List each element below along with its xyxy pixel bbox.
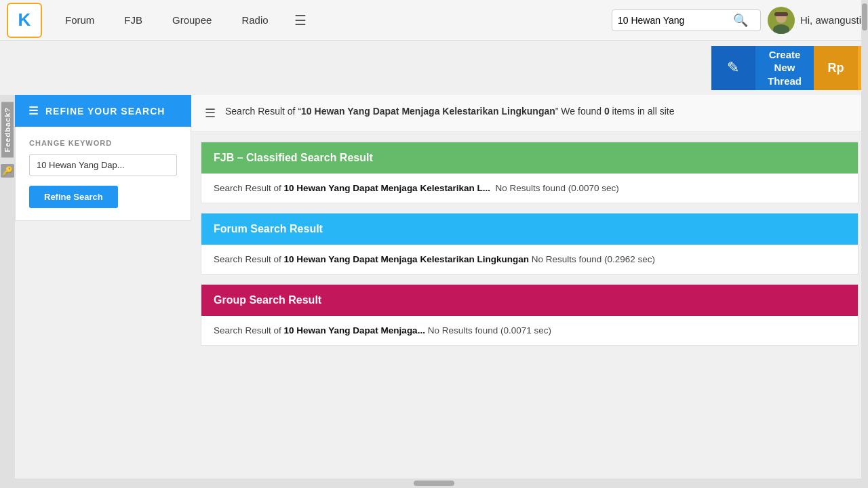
svg-rect-4 bbox=[774, 12, 788, 16]
logo[interactable]: K bbox=[7, 3, 42, 38]
user-greeting: Hi, awangusti bbox=[800, 14, 861, 26]
fjb-result-section: FJB – Classified Search Result Search Re… bbox=[201, 142, 859, 203]
create-new-thread-button[interactable]: ✎ CreateNewThread bbox=[711, 46, 814, 90]
refine-panel: ☰ REFINE YOUR SEARCH CHANGE KEYWORD Refi… bbox=[15, 95, 191, 488]
bottom-scrollbar[interactable] bbox=[0, 479, 868, 488]
refine-menu-icon: ☰ bbox=[28, 104, 39, 117]
wallet-icon: Rp bbox=[814, 46, 858, 90]
results-area: ☰ Search Result of “10 Hewan Yang Dapat … bbox=[191, 95, 868, 488]
group-section-header: Group Search Result bbox=[201, 285, 858, 316]
nav-fjb[interactable]: FJB bbox=[109, 0, 157, 41]
nav-radio[interactable]: Radio bbox=[226, 0, 283, 41]
main-container: Feedback? 🔑 ☰ REFINE YOUR SEARCH CHANGE … bbox=[0, 95, 868, 488]
change-keyword-label: CHANGE KEYWORD bbox=[29, 139, 177, 147]
action-buttons-area: ✎ CreateNewThread Rp WarSc bbox=[0, 41, 868, 95]
results-menu-toggle[interactable]: ☰ bbox=[205, 106, 216, 121]
bottom-scrollbar-thumb bbox=[414, 481, 454, 486]
search-button[interactable]: 🔍 bbox=[733, 13, 748, 28]
refine-body: CHANGE KEYWORD Refine Search bbox=[15, 127, 191, 221]
nav-forum[interactable]: Forum bbox=[50, 0, 109, 41]
user-area: Hi, awangusti bbox=[768, 7, 861, 34]
group-section-body: Search Result of 10 Hewan Yang Dapat Men… bbox=[201, 316, 858, 345]
group-result-section: Group Search Result Search Result of 10 … bbox=[201, 284, 859, 346]
feedback-tab[interactable]: Feedback? bbox=[1, 102, 14, 157]
keyword-input[interactable] bbox=[29, 154, 177, 176]
search-summary-text: Search Result of “10 Hewan Yang Dapat Me… bbox=[225, 106, 674, 117]
create-thread-icon: ✎ bbox=[711, 46, 755, 90]
forum-section-body: Search Result of 10 Hewan Yang Dapat Men… bbox=[201, 245, 858, 274]
fjb-section-body: Search Result of 10 Hewan Yang Dapat Men… bbox=[201, 174, 858, 203]
refine-header[interactable]: ☰ REFINE YOUR SEARCH bbox=[15, 95, 191, 127]
wallet-button[interactable]: Rp WarSc bbox=[814, 46, 868, 90]
search-input[interactable] bbox=[618, 15, 733, 26]
top-navigation: K Forum FJB Groupee Radio ☰ 🔍 Hi, awangu… bbox=[0, 0, 868, 41]
create-thread-label: CreateNewThread bbox=[755, 48, 814, 88]
left-sidebar: Feedback? 🔑 bbox=[0, 95, 15, 488]
forum-result-section: Forum Search Result Search Result of 10 … bbox=[201, 213, 859, 274]
logo-letter: K bbox=[18, 9, 31, 30]
refine-header-label: REFINE YOUR SEARCH bbox=[45, 106, 165, 117]
forum-section-header: Forum Search Result bbox=[201, 214, 858, 245]
avatar[interactable] bbox=[768, 7, 795, 34]
hamburger-menu-icon[interactable]: ☰ bbox=[283, 0, 317, 41]
scrollbar-right[interactable] bbox=[861, 0, 868, 479]
side-key-icon[interactable]: 🔑 bbox=[1, 164, 14, 178]
fjb-section-header: FJB – Classified Search Result bbox=[201, 142, 858, 174]
search-bar: 🔍 bbox=[612, 9, 761, 31]
refine-search-button[interactable]: Refine Search bbox=[29, 186, 118, 208]
nav-links: Forum FJB Groupee Radio ☰ bbox=[50, 0, 612, 41]
search-summary: ☰ Search Result of “10 Hewan Yang Dapat … bbox=[191, 95, 868, 132]
nav-groupee[interactable]: Groupee bbox=[157, 0, 226, 41]
scrollbar-thumb bbox=[862, 3, 867, 30]
